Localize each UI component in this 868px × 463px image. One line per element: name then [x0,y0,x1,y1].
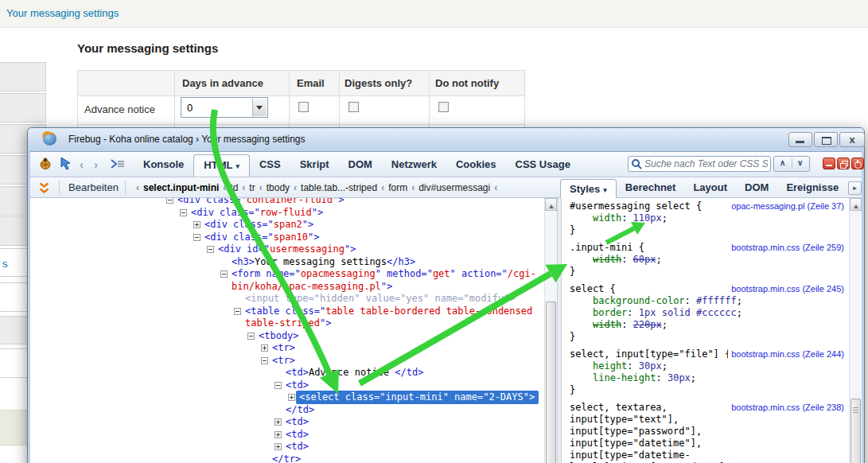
css-property[interactable]: width: 220px; [570,319,849,331]
dom-tree-node[interactable]: <tr> [30,342,544,355]
dom-tree-node[interactable]: <div id="usermessaging"> [30,243,544,256]
path-item-tr[interactable]: tr [249,182,255,193]
dom-tree-node[interactable]: <tbody> [30,330,544,343]
sidebar-menu-item[interactable] [0,62,46,91]
forward-icon[interactable]: › [94,158,98,171]
scroll-up-icon[interactable] [545,198,557,211]
side-tab-ereignisse[interactable]: Ereignisse [777,177,847,198]
breadcrumb-link[interactable]: Your messaging settings [6,7,119,19]
expand-icon[interactable] [193,221,200,228]
side-tab-layout[interactable]: Layout [684,177,736,198]
back-icon[interactable]: ‹ [80,158,84,171]
html-options-icon[interactable] [38,182,51,196]
path-item-div-usermessagi[interactable]: div#usermessagi [418,182,490,193]
css-source-link[interactable]: bootstrap.min.css (Zeile 238) [728,402,844,414]
tab-netzwerk[interactable]: Netzwerk [382,152,446,177]
digests-only-checkbox[interactable] [348,102,359,112]
expand-icon[interactable] [261,344,268,352]
scrollbar-thumb[interactable] [546,302,556,463]
scroll-up-icon[interactable] [850,198,862,211]
side-tab-berechnet[interactable]: Berechnet [617,177,685,198]
firebug-bug-icon[interactable] [38,157,52,173]
inspect-element-icon[interactable] [59,157,73,174]
collapse-icon[interactable] [234,308,241,315]
window-minimize-button[interactable] [788,132,812,147]
collapse-icon[interactable] [180,209,187,216]
css-property[interactable]: line-height: 30px; [570,372,849,384]
css-property[interactable]: border: 1px solid #cccccc; [570,307,849,319]
selected-node-highlight[interactable]: <select class="input-mini" name="2-DAYS"… [296,391,539,404]
title-bar[interactable]: Firebug - Koha online catalog › Your mes… [28,128,864,151]
path-item-tbody[interactable]: tbody [267,182,290,193]
select-dropdown-button[interactable] [252,99,267,116]
search-input[interactable]: Suche nach Text oder CSS S [628,156,771,172]
tabs-overflow-button[interactable]: ▸ [848,181,862,195]
expand-icon[interactable] [274,418,282,426]
path-item-select-input-mini[interactable]: select.input-mini [143,182,219,193]
dom-tree-node[interactable]: <div class="container-fluid"> [30,198,544,207]
dom-tree-node[interactable]: </td> [30,404,544,417]
firebug-detach-button[interactable] [837,158,850,169]
tab-skript[interactable]: Skript [290,152,339,177]
dom-tree-node[interactable]: <table class="table table-bordered table… [30,305,544,318]
html-panel-scrollbar[interactable] [544,198,557,463]
css-source-link[interactable]: bootstrap.min.css (Zeile 244) [728,348,844,360]
tab-konsole[interactable]: Konsole [134,152,193,177]
firebug-minimize-button[interactable] [823,158,835,169]
search-prev-icon[interactable]: ∧ [780,158,785,167]
search-next-icon[interactable]: ∨ [797,158,803,167]
days-in-advance-select[interactable]: 0 [181,97,268,118]
styles-panel-scrollbar[interactable] [849,198,862,463]
dom-tree-node[interactable]: <td>Advance notice </td> [30,367,544,379]
command-line-icon[interactable] [110,158,126,173]
dom-tree-node[interactable]: <div class="row-fluid"> [30,207,544,220]
dom-tree-node[interactable]: <div class="span10"> [30,231,544,244]
edit-button[interactable]: Bearbeiten [68,177,119,197]
dom-tree-node[interactable]: <select class="input-mini" name="2-DAYS"… [30,391,544,404]
path-item-table-tab-striped[interactable]: table.tab...-striped [301,182,377,193]
dom-tree-node[interactable]: <form name="opacmessaging" method="get" … [30,268,544,281]
dom-tree-node[interactable]: <div class="span2"> [30,219,544,231]
css-source-link[interactable]: bootstrap.min.css (Zeile 245) [728,283,844,295]
dom-tree-node[interactable]: <td> [30,429,544,442]
dom-tree-node[interactable]: <td> [30,416,544,429]
css-property[interactable]: width: 60px; [570,254,849,266]
dom-tree-node[interactable]: <tr> [30,355,544,368]
email-checkbox[interactable] [298,102,309,112]
collapse-icon[interactable] [207,246,214,253]
scrollbar-thumb[interactable] [850,399,861,463]
window-close-button[interactable]: x [839,132,865,147]
path-item-form[interactable]: form [388,182,407,193]
tab-css-usage[interactable]: CSS Usage [506,152,580,177]
css-property[interactable]: width: 110px; [570,212,849,224]
dom-tree-node[interactable]: </tr> [30,453,544,463]
dom-tree-node[interactable]: <td> [30,441,544,453]
css-source-link[interactable]: bootstrap.min.css (Zeile 259) [728,242,844,254]
dom-tree-node[interactable]: <td> [30,379,544,392]
dom-tree-node[interactable]: bin/koha/opac-messaging.pl"> [30,281,544,294]
collapse-icon[interactable] [261,357,268,364]
tab-css[interactable]: CSS [250,152,290,177]
side-tab-dom[interactable]: DOM [736,177,777,198]
css-property[interactable]: background-color: #ffffff; [570,295,849,307]
expand-icon[interactable] [288,394,295,401]
tab-html[interactable]: HTML▾ [193,154,250,177]
side-tab-styles[interactable]: Styles▾ [560,179,617,198]
do-not-notify-checkbox[interactable] [438,102,449,112]
collapse-icon[interactable] [274,382,282,389]
tab-cookies[interactable]: Cookies [446,152,506,177]
dom-tree-node[interactable]: <input type="hidden" value="yes" name="m… [30,293,544,305]
collapse-icon[interactable] [220,270,228,278]
window-maximize-button[interactable] [814,132,838,147]
css-property[interactable]: height: 30px; [570,360,849,372]
expand-icon[interactable] [274,431,282,438]
tab-dom[interactable]: DOM [339,152,382,177]
path-item-td[interactable]: td [230,182,238,193]
dom-tree-node[interactable]: table-striped"> [30,317,544,330]
expand-icon[interactable] [274,443,282,450]
css-source-link[interactable]: opac-messaging.pl (Zeile 37) [728,200,844,212]
collapse-icon[interactable] [166,198,173,204]
collapse-icon[interactable] [193,234,200,241]
firebug-close-button[interactable] [851,158,864,169]
dom-tree-node[interactable]: <h3>Your messaging settings</h3> [30,256,544,269]
